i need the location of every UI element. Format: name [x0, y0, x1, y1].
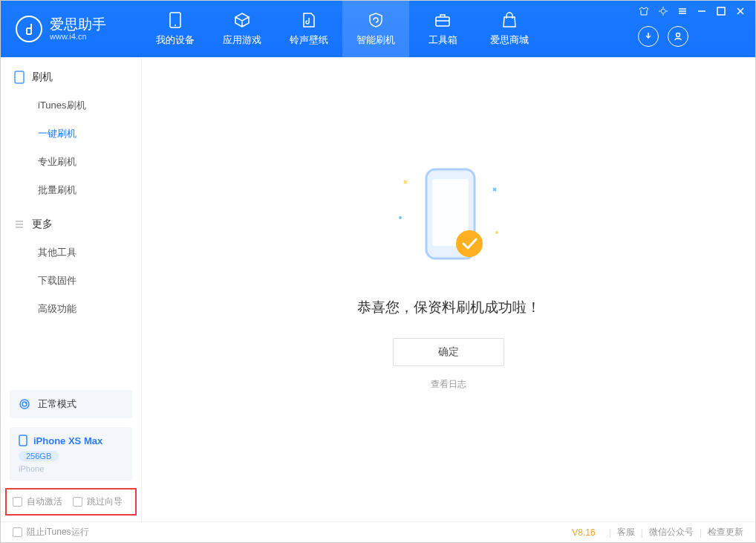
device-info[interactable]: iPhone XS Max 256GB iPhone	[10, 427, 132, 481]
phone-small-icon	[19, 435, 27, 446]
shirt-icon[interactable]	[638, 5, 650, 17]
sync-icon	[19, 398, 30, 410]
sidebar-item-pro-flash[interactable]: 专业刷机	[1, 148, 141, 176]
maximize-button[interactable]	[715, 5, 727, 17]
music-file-icon	[300, 11, 318, 29]
sun-icon[interactable]	[657, 5, 669, 17]
logo-icon	[16, 16, 42, 42]
tab-toolbox[interactable]: 工具箱	[409, 1, 476, 57]
status-bar: 阻止iTunes运行 V8.16 | 客服 | 微信公众号 | 检查更新	[1, 521, 755, 542]
toolbox-icon	[434, 11, 452, 29]
app-header: 爱思助手 www.i4.cn 我的设备 应用游戏 铃声壁纸 智能刷机 工具箱 爱…	[1, 1, 755, 57]
logo-area: 爱思助手 www.i4.cn	[1, 16, 142, 42]
wechat-link[interactable]: 微信公众号	[649, 526, 694, 539]
options-row: 自动激活 跳过向导	[5, 488, 137, 516]
user-button[interactable]	[668, 26, 688, 47]
app-subtitle: www.i4.cn	[50, 33, 106, 41]
device-type: iPhone	[19, 464, 123, 473]
mode-indicator[interactable]: 正常模式	[10, 390, 132, 418]
nav-tabs: 我的设备 应用游戏 铃声壁纸 智能刷机 工具箱 爱思商城	[142, 1, 543, 57]
svg-point-13	[456, 230, 483, 257]
minimize-button[interactable]	[696, 5, 708, 17]
sidebar-section-flash: 刷机	[1, 68, 141, 91]
success-message: 恭喜您，保资料刷机成功啦！	[357, 298, 541, 317]
window-controls	[638, 5, 746, 17]
svg-point-9	[399, 216, 402, 219]
version-label: V8.16	[572, 527, 595, 538]
svg-rect-2	[436, 17, 449, 26]
svg-point-10	[495, 231, 498, 234]
phone-icon	[166, 11, 184, 29]
sidebar-item-other-tools[interactable]: 其他工具	[1, 238, 141, 267]
svg-rect-6	[15, 71, 24, 83]
svg-point-5	[677, 33, 680, 37]
sidebar-item-batch-flash[interactable]: 批量刷机	[1, 176, 141, 204]
list-icon	[14, 219, 25, 230]
app-title: 爱思助手	[50, 17, 106, 31]
main-content: 恭喜您，保资料刷机成功啦！ 确定 查看日志	[142, 57, 755, 521]
ok-button[interactable]: 确定	[393, 338, 504, 366]
sidebar-section-more: 更多	[1, 215, 141, 238]
checkbox-skip-guide[interactable]: 跳过向导	[73, 495, 123, 508]
svg-rect-8	[19, 435, 27, 446]
bag-icon	[501, 11, 518, 29]
sidebar: 刷机 iTunes刷机 一键刷机 专业刷机 批量刷机 更多 其他工具 下载固件 …	[1, 57, 142, 521]
menu-icon[interactable]	[677, 5, 688, 17]
svg-point-7	[20, 400, 29, 409]
svg-point-3	[661, 9, 665, 13]
checkbox-auto-activate[interactable]: 自动激活	[13, 495, 62, 508]
svg-point-1	[175, 25, 176, 26]
update-link[interactable]: 检查更新	[708, 526, 743, 539]
device-icon	[14, 71, 25, 84]
cube-icon	[233, 11, 251, 29]
close-button[interactable]	[734, 5, 746, 17]
tab-flash[interactable]: 智能刷机	[342, 1, 409, 57]
download-button[interactable]	[638, 26, 659, 47]
tab-apps[interactable]: 应用游戏	[209, 1, 276, 57]
tab-store[interactable]: 爱思商城	[476, 1, 543, 57]
sidebar-item-firmware[interactable]: 下载固件	[1, 267, 141, 295]
checkbox-block-itunes[interactable]: 阻止iTunes运行	[13, 526, 89, 539]
device-capacity: 256GB	[19, 451, 59, 461]
support-link[interactable]: 客服	[617, 526, 635, 539]
svg-rect-4	[717, 7, 725, 15]
sidebar-item-advanced[interactable]: 高级功能	[1, 295, 141, 323]
view-log-link[interactable]: 查看日志	[431, 378, 466, 391]
success-illustration	[404, 158, 493, 277]
shield-refresh-icon	[367, 11, 385, 29]
tab-wallpaper[interactable]: 铃声壁纸	[276, 1, 342, 57]
sidebar-item-oneclick-flash[interactable]: 一键刷机	[1, 120, 141, 148]
tab-my-device[interactable]: 我的设备	[142, 1, 209, 57]
sidebar-item-itunes-flash[interactable]: iTunes刷机	[1, 91, 141, 120]
